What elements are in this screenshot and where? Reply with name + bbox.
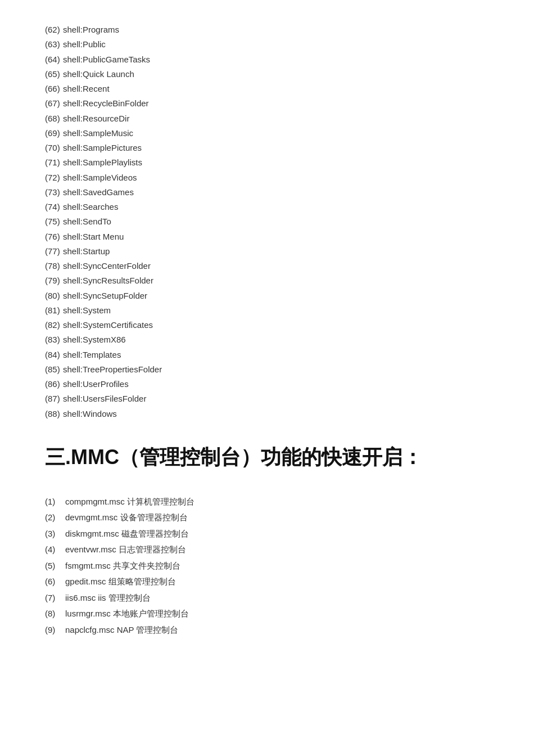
- shell-list-item: (88)shell:Windows: [45, 407, 489, 421]
- item-num: (86): [45, 377, 63, 392]
- shell-list-item: (82)shell:SystemCertificates: [45, 318, 489, 332]
- item-num: (1): [45, 494, 65, 510]
- item-num: (81): [45, 303, 63, 318]
- item-num: (64): [45, 52, 63, 67]
- item-label: shell:SyncCenterFolder: [63, 261, 151, 271]
- item-label: shell:PublicGameTasks: [63, 55, 150, 64]
- shell-list-item: (67)shell:RecycleBinFolder: [45, 96, 489, 111]
- item-num: (6): [45, 574, 65, 590]
- item-label: shell:SyncSetupFolder: [63, 291, 147, 300]
- item-label: iis6.msc iis 管理控制台: [65, 593, 151, 602]
- shell-list-item: (73)shell:SavedGames: [45, 185, 489, 200]
- shell-list-item: (70)shell:SamplePictures: [45, 141, 489, 155]
- item-label: shell:Start Menu: [63, 232, 124, 241]
- shell-list-item: (85)shell:TreePropertiesFolder: [45, 362, 489, 377]
- item-num: (3): [45, 526, 65, 542]
- shell-list-item: (71)shell:SamplePlaylists: [45, 155, 489, 170]
- shell-list-item: (75)shell:SendTo: [45, 214, 489, 229]
- shell-list: (62)shell:Programs(63)shell:Public(64)sh…: [45, 22, 489, 421]
- item-num: (79): [45, 273, 63, 288]
- item-num: (4): [45, 542, 65, 558]
- mmc-list-item: (2)devmgmt.msc 设备管理器控制台: [45, 510, 489, 526]
- item-label: shell:Programs: [63, 25, 119, 34]
- item-num: (9): [45, 622, 65, 638]
- item-label: shell:Recent: [63, 84, 110, 93]
- item-num: (76): [45, 230, 63, 244]
- item-label: diskmgmt.msc 磁盘管理器控制台: [65, 529, 189, 538]
- item-num: (75): [45, 214, 63, 229]
- shell-list-item: (74)shell:Searches: [45, 200, 489, 214]
- shell-list-item: (79)shell:SyncResultsFolder: [45, 273, 489, 288]
- item-num: (70): [45, 141, 63, 155]
- shell-list-item: (63)shell:Public: [45, 37, 489, 52]
- item-label: lusrmgr.msc 本地账户管理控制台: [65, 609, 189, 618]
- item-num: (2): [45, 510, 65, 526]
- item-num: (85): [45, 362, 63, 377]
- item-label: shell:System: [63, 305, 111, 315]
- shell-list-item: (66)shell:Recent: [45, 82, 489, 96]
- shell-list-item: (83)shell:SystemX86: [45, 332, 489, 347]
- item-num: (72): [45, 170, 63, 185]
- shell-list-item: (77)shell:Startup: [45, 244, 489, 259]
- item-label: shell:Quick Launch: [63, 69, 134, 79]
- item-label: shell:ResourceDir: [63, 114, 129, 123]
- mmc-list-item: (6)gpedit.msc 组策略管理控制台: [45, 574, 489, 590]
- item-num: (82): [45, 318, 63, 332]
- shell-list-item: (84)shell:Templates: [45, 348, 489, 362]
- mmc-list: (1)compmgmt.msc 计算机管理控制台(2)devmgmt.msc 设…: [45, 494, 489, 638]
- item-label: shell:SyncResultsFolder: [63, 276, 153, 285]
- item-label: shell:TreePropertiesFolder: [63, 364, 162, 374]
- item-label: shell:SavedGames: [63, 187, 134, 197]
- item-label: devmgmt.msc 设备管理器控制台: [65, 512, 188, 522]
- item-num: (8): [45, 606, 65, 622]
- shell-list-item: (81)shell:System: [45, 303, 489, 318]
- item-label: shell:SamplePictures: [63, 143, 142, 152]
- shell-list-item: (62)shell:Programs: [45, 22, 489, 37]
- item-label: shell:SendTo: [63, 217, 111, 226]
- item-label: compmgmt.msc 计算机管理控制台: [65, 497, 194, 506]
- shell-list-item: (78)shell:SyncCenterFolder: [45, 259, 489, 273]
- item-label: napclcfg.msc NAP 管理控制台: [65, 625, 178, 634]
- section-heading: 三.MMC（管理控制台）功能的快速开启：: [45, 444, 489, 471]
- item-num: (87): [45, 392, 63, 406]
- item-label: shell:SystemX86: [63, 335, 126, 344]
- item-num: (71): [45, 155, 63, 170]
- item-label: eventvwr.msc 日志管理器控制台: [65, 544, 186, 554]
- item-num: (88): [45, 407, 63, 421]
- mmc-list-item: (3)diskmgmt.msc 磁盘管理器控制台: [45, 526, 489, 542]
- item-label: shell:SystemCertificates: [63, 320, 153, 330]
- item-num: (78): [45, 259, 63, 273]
- shell-list-item: (76)shell:Start Menu: [45, 230, 489, 244]
- item-label: shell:SamplePlaylists: [63, 158, 142, 167]
- item-num: (77): [45, 244, 63, 259]
- item-num: (74): [45, 200, 63, 214]
- shell-list-item: (68)shell:ResourceDir: [45, 111, 489, 126]
- shell-list-item: (72)shell:SampleVideos: [45, 170, 489, 185]
- item-label: shell:Searches: [63, 202, 118, 212]
- mmc-list-item: (5)fsmgmt.msc 共享文件夹控制台: [45, 558, 489, 574]
- shell-list-item: (69)shell:SampleMusic: [45, 126, 489, 141]
- item-num: (69): [45, 126, 63, 141]
- item-num: (62): [45, 22, 63, 37]
- item-label: shell:Templates: [63, 350, 121, 359]
- shell-list-item: (64)shell:PublicGameTasks: [45, 52, 489, 67]
- item-num: (63): [45, 37, 63, 52]
- item-num: (83): [45, 332, 63, 347]
- item-label: gpedit.msc 组策略管理控制台: [65, 577, 176, 586]
- item-label: shell:Public: [63, 39, 106, 49]
- mmc-list-item: (7)iis6.msc iis 管理控制台: [45, 590, 489, 606]
- item-num: (65): [45, 67, 63, 82]
- shell-list-item: (65)shell:Quick Launch: [45, 67, 489, 82]
- shell-list-item: (86)shell:UserProfiles: [45, 377, 489, 392]
- item-num: (80): [45, 289, 63, 303]
- item-label: shell:UserProfiles: [63, 379, 129, 389]
- mmc-list-item: (4)eventvwr.msc 日志管理器控制台: [45, 542, 489, 558]
- mmc-list-item: (1)compmgmt.msc 计算机管理控制台: [45, 494, 489, 510]
- item-label: shell:SampleMusic: [63, 128, 133, 138]
- item-num: (68): [45, 111, 63, 126]
- item-num: (7): [45, 590, 65, 606]
- shell-list-item: (80)shell:SyncSetupFolder: [45, 289, 489, 303]
- item-label: fsmgmt.msc 共享文件夹控制台: [65, 561, 180, 570]
- item-label: shell:UsersFilesFolder: [63, 394, 146, 403]
- shell-list-item: (87)shell:UsersFilesFolder: [45, 392, 489, 406]
